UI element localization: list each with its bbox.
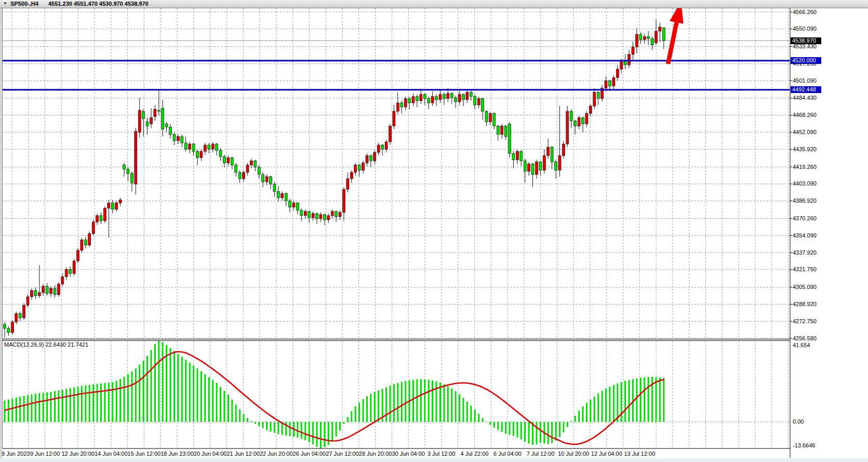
price-axis-label: 4419.260: [793, 164, 817, 170]
macd-signal-line: [5, 352, 664, 444]
price-axis-label: 4288.920: [793, 301, 817, 307]
time-axis-label: 12 Jul 04:00: [591, 451, 622, 457]
time-axis-label: 15 Jun 12:00: [128, 451, 161, 457]
time-axis-label: 6 Jul 04:00: [493, 451, 522, 457]
time-axis-label: 27 Jun 12:00: [326, 451, 359, 457]
price-axis-label: 4272.750: [793, 318, 817, 324]
price-axis-label: 4370.260: [793, 215, 817, 221]
time-axis-label: 9 Jun 12:00: [30, 451, 60, 457]
price-axis-label: 4452.090: [793, 129, 817, 135]
time-axis-label: 14 Jun 04:00: [95, 451, 128, 457]
time-axis-label: 3 Jul 12:00: [428, 451, 456, 457]
price-axis-label: 4435.920: [793, 146, 817, 152]
time-axis-label: 10 Jul 20:00: [558, 451, 589, 457]
time-axis-label: 28 Jun 20:00: [359, 451, 392, 457]
price-axis-label: 4403.090: [793, 180, 817, 187]
macd-axis-max-label: 41.654: [793, 342, 810, 348]
price-axis-label: 4533.430: [793, 43, 817, 49]
price-axis-label: 4337.920: [793, 249, 817, 256]
price-axis-label: 4256.580: [793, 335, 817, 341]
time-axis-label: 20 Jun 04:00: [194, 451, 227, 457]
chart-title-symbol: SP500-,H4: [10, 1, 38, 7]
time-axis-label: 22 Jun 20:00: [260, 451, 293, 457]
time-axis-label: 18 Jun 23:00: [161, 451, 194, 457]
time-axis-label: 26 Jun 04:00: [293, 451, 326, 457]
chart-canvas[interactable]: [0, 0, 868, 462]
price-axis-label: 4305.090: [793, 284, 817, 290]
price-axis-label: 4468.260: [793, 112, 817, 118]
trend-arrow[interactable]: [668, 1, 684, 64]
time-axis-label: 7 Jul 12:00: [527, 451, 555, 457]
price-axis-label: 4484.430: [793, 95, 817, 101]
time-axis-label: 21 Jun 12:00: [226, 451, 260, 457]
window-bottom-strip: [0, 458, 868, 462]
price-axis-label: 4354.090: [793, 232, 817, 239]
candlestick-series: [4, 20, 665, 338]
terminal-window: ▼ SP500-,H4 4551.230 4551.470 4530.970 4…: [0, 0, 868, 462]
time-axis-label: 4 Jul 22:00: [460, 451, 488, 457]
current-price-tag: 4538.970: [791, 37, 821, 44]
price-axis-label: 4566.260: [793, 9, 817, 15]
time-axis-label: 8 Jun 2023: [2, 451, 30, 457]
price-axis-label: 4501.090: [793, 77, 817, 84]
price-axis-label: 4386.920: [793, 197, 817, 204]
chart-menu-dropdown-icon[interactable]: ▼: [3, 1, 7, 6]
chart-title-ohlc: 4551.230 4551.470 4530.970 4538.970: [48, 1, 149, 7]
time-axis-label: 30 Jun 04:00: [392, 451, 425, 457]
window-left-edge: [0, 0, 2, 462]
time-axis-label: 13 Jul 12:00: [624, 451, 655, 457]
price-axis-label: 4550.090: [793, 25, 817, 32]
chart-title-bar: ▼ SP500-,H4 4551.230 4551.470 4530.970 4…: [0, 0, 868, 8]
horizontal-gridlines: [3, 12, 790, 422]
time-axis-label: 12 Jun 20:00: [61, 451, 95, 457]
hline-price-tag-4520[interactable]: 4520.000: [791, 57, 821, 64]
macd-axis-min-label: -13.6646: [793, 442, 815, 448]
macd-histogram: [4, 341, 665, 448]
price-axis-label: 4321.750: [793, 266, 817, 272]
macd-axis-zero-label: 0.00: [793, 418, 804, 425]
macd-indicator-label: MACD(12,26,9) 22.6430 21.7421: [4, 341, 88, 348]
hline-price-tag-4492[interactable]: 4492.448: [791, 86, 821, 93]
